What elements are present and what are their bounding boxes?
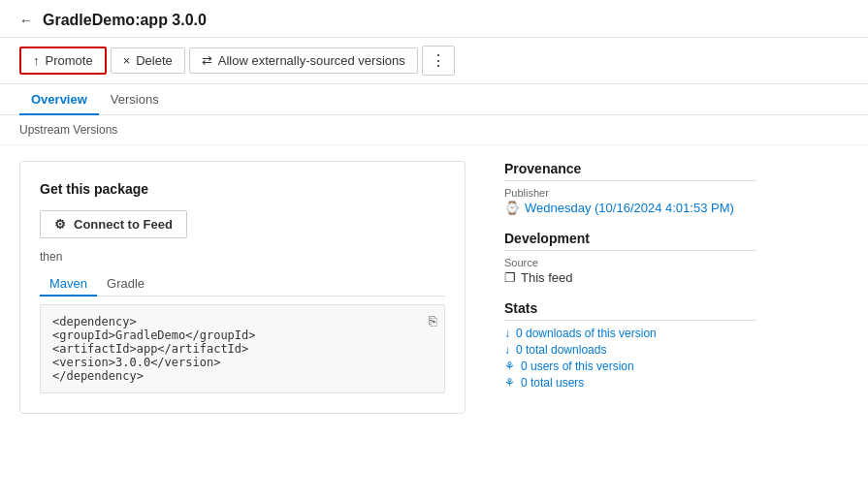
stat-total-downloads: ↓ 0 total downloads: [504, 343, 756, 357]
tab-versions[interactable]: Versions: [99, 84, 171, 114]
connect-label: Connect to Feed: [74, 217, 173, 232]
users-icon-2: ⚘: [504, 376, 515, 390]
promote-label: Promote: [46, 53, 93, 68]
stat-text-4: 0 total users: [521, 376, 584, 390]
card-title: Get this package: [40, 181, 445, 197]
development-section: Development Source ❐ This feed: [504, 231, 756, 285]
provenance-title: Provenance: [504, 161, 756, 181]
publisher-text: Wednesday (10/16/2024 4:01:53 PM): [525, 201, 734, 215]
get-package-card: Get this package ⚙ Connect to Feed then …: [19, 161, 466, 414]
stat-text-1: 0 downloads of this version: [516, 327, 657, 340]
connect-icon: ⚙: [54, 217, 66, 232]
promote-button[interactable]: ↑ Promote: [19, 47, 107, 75]
allow-label: Allow externally-sourced versions: [218, 53, 405, 68]
source-value: ❐ This feed: [504, 270, 756, 285]
promote-icon: ↑: [33, 53, 40, 68]
allow-icon: ⇄: [202, 53, 212, 68]
sub-tab-maven[interactable]: Maven: [40, 271, 97, 296]
more-options-button[interactable]: ⋮: [422, 46, 455, 76]
stat-total-users: ⚘ 0 total users: [504, 376, 756, 390]
feed-icon: ❐: [504, 270, 516, 285]
stats-title: Stats: [504, 300, 756, 321]
download-icon-2: ↓: [504, 343, 510, 357]
back-button[interactable]: ←: [19, 13, 33, 28]
delete-button[interactable]: × Delete: [111, 47, 185, 74]
source-text: This feed: [521, 270, 572, 285]
stat-downloads-version: ↓ 0 downloads of this version: [504, 327, 756, 340]
users-icon-1: ⚘: [504, 359, 515, 373]
copy-icon[interactable]: ⎘: [429, 313, 436, 328]
publisher-value: ⌚ Wednesday (10/16/2024 4:01:53 PM): [504, 201, 756, 215]
allow-externally-button[interactable]: ⇄ Allow externally-sourced versions: [189, 47, 418, 74]
delete-label: Delete: [136, 53, 173, 68]
connect-to-feed-button[interactable]: ⚙ Connect to Feed: [40, 210, 187, 238]
stat-text-2: 0 total downloads: [516, 343, 606, 357]
provenance-section: Provenance Publisher ⌚ Wednesday (10/16/…: [504, 161, 756, 215]
clock-icon: ⌚: [504, 201, 520, 215]
code-block: ⎘ <dependency> <groupId>GradleDemo</grou…: [40, 304, 445, 393]
download-icon-1: ↓: [504, 327, 510, 340]
then-label: then: [40, 250, 445, 264]
page-title: GradleDemo:app 3.0.0: [43, 12, 207, 29]
stat-text-3: 0 users of this version: [521, 359, 634, 373]
code-content: <dependency> <groupId>GradleDemo</groupI…: [52, 315, 433, 383]
stats-section: Stats ↓ 0 downloads of this version ↓ 0 …: [504, 300, 756, 390]
left-panel: Get this package ⚙ Connect to Feed then …: [19, 161, 466, 500]
upstream-versions-label: Upstream Versions: [0, 115, 868, 145]
delete-icon: ×: [123, 53, 131, 68]
tab-overview[interactable]: Overview: [19, 84, 99, 114]
source-label: Source: [504, 257, 756, 268]
publisher-label: Publisher: [504, 187, 756, 199]
sub-tabs: Maven Gradle: [40, 271, 445, 297]
sub-tab-gradle[interactable]: Gradle: [97, 271, 154, 296]
development-title: Development: [504, 231, 756, 251]
right-panel: Provenance Publisher ⌚ Wednesday (10/16/…: [504, 161, 756, 500]
stat-users-version: ⚘ 0 users of this version: [504, 359, 756, 373]
